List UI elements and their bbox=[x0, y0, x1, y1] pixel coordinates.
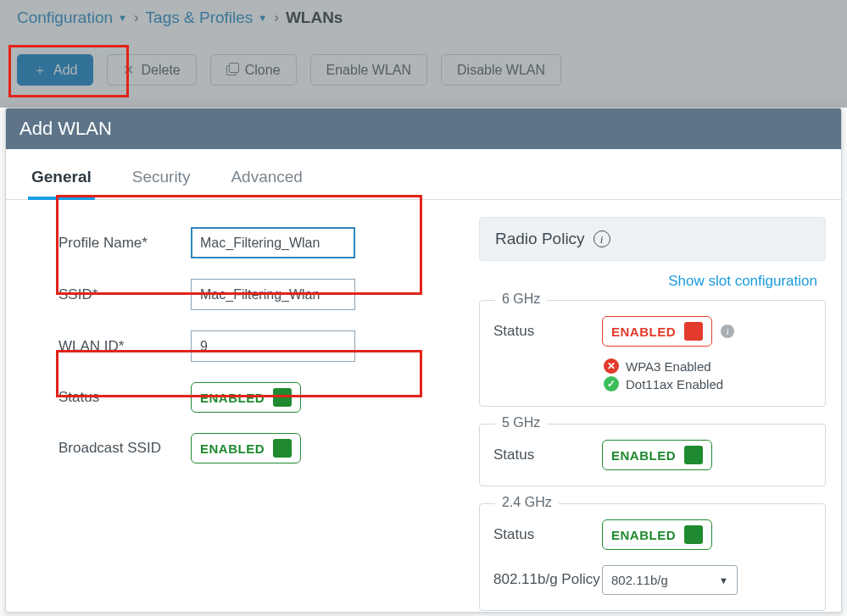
band-6ghz-box: 6 GHz Status ENABLED i ✕ WPA3 Enabled bbox=[479, 300, 826, 407]
toggle-dot-icon bbox=[684, 525, 703, 544]
band-24ghz-policy-label: 802.11b/g Policy bbox=[493, 571, 602, 588]
chevron-down-icon: ▼ bbox=[118, 13, 127, 23]
broadcast-ssid-label: Broadcast SSID bbox=[21, 440, 191, 457]
ssid-label: SSID* bbox=[21, 286, 191, 303]
broadcast-ssid-toggle-label: ENABLED bbox=[200, 441, 265, 456]
clone-icon bbox=[226, 63, 238, 77]
wlan-id-label: WLAN ID* bbox=[21, 338, 191, 355]
dot11ax-flag-label: Dot11ax Enabled bbox=[626, 377, 723, 391]
band-24ghz-status-toggle[interactable]: ENABLED bbox=[602, 519, 712, 550]
band-24ghz-status-label: Status bbox=[493, 526, 602, 543]
band-5ghz-status-value: ENABLED bbox=[611, 448, 676, 463]
band-5ghz-status-toggle[interactable]: ENABLED bbox=[602, 440, 712, 470]
breadcrumb-sep: › bbox=[134, 9, 139, 26]
band-6ghz-title: 6 GHz bbox=[495, 291, 547, 307]
disable-wlan-label: Disable WLAN bbox=[457, 64, 545, 77]
ssid-input[interactable] bbox=[191, 279, 355, 310]
band-24ghz-policy-select[interactable]: 802.11b/g ▼ bbox=[602, 565, 738, 595]
clone-button-label: Clone bbox=[245, 64, 281, 77]
band-5ghz-title: 5 GHz bbox=[495, 415, 547, 430]
plus-icon: ＋ bbox=[33, 64, 47, 77]
band-5ghz-box: 5 GHz Status ENABLED bbox=[479, 424, 826, 486]
wlan-id-input[interactable] bbox=[191, 330, 355, 362]
check-icon: ✓ bbox=[604, 376, 619, 391]
clone-button[interactable]: Clone bbox=[210, 54, 297, 86]
toggle-dot-icon bbox=[273, 388, 292, 407]
band-24ghz-status-value: ENABLED bbox=[611, 528, 676, 542]
disable-wlan-button[interactable]: Disable WLAN bbox=[441, 54, 561, 86]
band-24ghz-title: 2.4 GHz bbox=[495, 495, 559, 510]
enable-wlan-button[interactable]: Enable WLAN bbox=[310, 54, 428, 86]
info-icon[interactable]: i bbox=[593, 230, 610, 247]
status-toggle-label: ENABLED bbox=[200, 391, 265, 405]
breadcrumb-sep: › bbox=[274, 9, 279, 26]
toggle-dot-icon bbox=[684, 322, 703, 341]
tab-advanced[interactable]: Advanced bbox=[227, 168, 306, 200]
tab-general[interactable]: General bbox=[28, 168, 95, 200]
crumb-tags-profiles[interactable]: Tags & Profiles ▼ bbox=[146, 8, 268, 27]
crumb-current: WLANs bbox=[286, 8, 343, 27]
info-icon[interactable]: i bbox=[721, 325, 734, 338]
enable-wlan-label: Enable WLAN bbox=[326, 64, 412, 77]
wpa3-flag: ✕ WPA3 Enabled bbox=[604, 358, 811, 374]
crumb-configuration[interactable]: Configuration ▼ bbox=[17, 8, 127, 27]
add-button-label: Add bbox=[53, 64, 77, 77]
toggle-dot-icon bbox=[684, 446, 703, 464]
delete-button-label: Delete bbox=[141, 64, 180, 77]
broadcast-ssid-toggle[interactable]: ENABLED bbox=[191, 433, 301, 463]
add-wlan-modal: Add WLAN General Security Advanced Profi… bbox=[5, 108, 842, 613]
band-24ghz-box: 2.4 GHz Status ENABLED 802.11b/g Policy … bbox=[479, 503, 826, 611]
band-6ghz-status-label: Status bbox=[493, 323, 602, 340]
close-icon: ✕ bbox=[123, 64, 134, 77]
tab-security[interactable]: Security bbox=[129, 168, 194, 200]
radio-policy-label: Radio Policy bbox=[495, 230, 585, 248]
toolbar: ＋ Add ✕ Delete Clone Enable WLAN Disable… bbox=[12, 46, 835, 86]
band-6ghz-status-toggle[interactable]: ENABLED bbox=[602, 316, 712, 347]
band-6ghz-status-value: ENABLED bbox=[611, 325, 676, 339]
add-button[interactable]: ＋ Add bbox=[17, 54, 93, 86]
modal-tabs: General Security Advanced bbox=[6, 149, 841, 200]
band-24ghz-policy-value: 802.11b/g bbox=[611, 573, 668, 587]
crumb-tags-profiles-label: Tags & Profiles bbox=[146, 8, 254, 27]
chevron-down-icon: ▼ bbox=[258, 13, 267, 23]
error-icon: ✕ bbox=[604, 358, 619, 374]
breadcrumb: Configuration ▼ › Tags & Profiles ▼ › WL… bbox=[17, 8, 835, 27]
crumb-configuration-label: Configuration bbox=[17, 8, 113, 27]
delete-button[interactable]: ✕ Delete bbox=[107, 54, 196, 86]
band-5ghz-status-label: Status bbox=[493, 447, 602, 463]
dot11ax-flag: ✓ Dot11ax Enabled bbox=[604, 376, 811, 391]
show-slot-config-link[interactable]: Show slot configuration bbox=[479, 273, 817, 290]
wpa3-flag-label: WPA3 Enabled bbox=[626, 359, 711, 374]
modal-title: Add WLAN bbox=[6, 108, 841, 149]
radio-policy-header: Radio Policy i bbox=[479, 217, 826, 261]
toggle-dot-icon bbox=[273, 439, 292, 458]
profile-name-input[interactable] bbox=[191, 227, 355, 258]
status-label: Status bbox=[21, 389, 191, 406]
chevron-down-icon: ▼ bbox=[719, 575, 728, 585]
profile-name-label: Profile Name* bbox=[21, 235, 191, 252]
status-toggle[interactable]: ENABLED bbox=[191, 382, 301, 413]
